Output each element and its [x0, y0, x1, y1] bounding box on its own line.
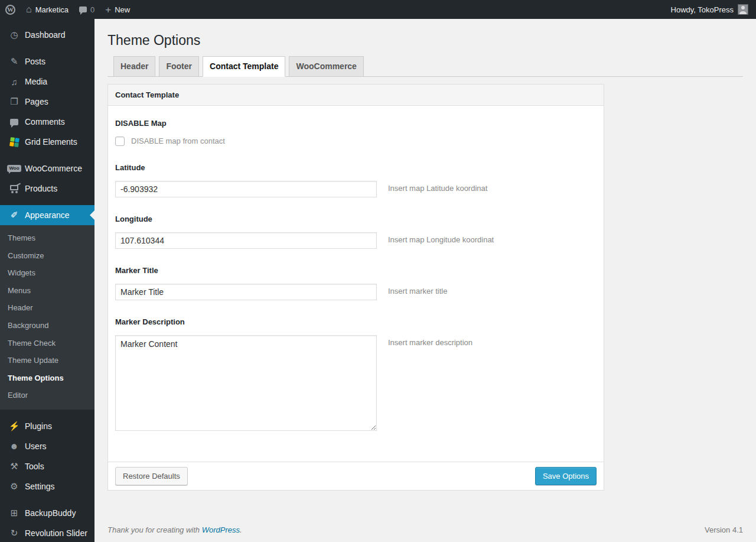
submenu-item-header[interactable]: Header — [0, 299, 94, 317]
submenu-item-themes[interactable]: Themes — [0, 229, 94, 247]
field-label: Marker Description — [115, 317, 597, 326]
wordpress-logo-icon: W — [5, 5, 15, 15]
home-icon: ⌂ — [26, 5, 32, 14]
site-menu[interactable]: ⌂ Marketica — [21, 0, 74, 19]
sidebar-item-label: Revolution Slider — [25, 528, 87, 538]
woocommerce-icon: Woo — [8, 163, 20, 174]
version-text: Version 4.1 — [705, 525, 743, 534]
field-label: Latitude — [115, 163, 597, 172]
sidebar-item-products[interactable]: Products — [0, 178, 94, 199]
field-help-text: Insert map Latitude koordinat — [388, 184, 487, 193]
save-options-button[interactable]: Save Options — [535, 467, 597, 486]
field-help-text: Insert marker title — [388, 287, 447, 296]
settings-icon: ⚙ — [8, 481, 20, 492]
sidebar-item-label: Media — [25, 77, 47, 86]
sidebar-item-label: Comments — [25, 117, 65, 126]
sidebar-item-woocommerce[interactable]: Woo WooCommerce — [0, 158, 94, 178]
media-icon: ♫ — [8, 76, 20, 87]
tab-footer[interactable]: Footer — [159, 56, 199, 77]
backupbuddy-icon: ⊞ — [8, 507, 20, 519]
field-marker-description: Marker Description Marker Content Insert… — [115, 317, 597, 431]
page-footer: Thank you for creating with WordPress. V… — [107, 525, 743, 542]
sidebar-item-users[interactable]: ☻ Users — [0, 436, 94, 456]
sidebar-item-pages[interactable]: ❐ Pages — [0, 92, 94, 112]
pages-icon: ❐ — [8, 96, 20, 108]
sidebar-item-label: Plugins — [25, 421, 52, 431]
field-latitude: Latitude Insert map Latitude koordinat — [115, 163, 597, 197]
sidebar-item-dashboard[interactable]: ◷ Dashboard — [0, 25, 94, 45]
sidebar-item-plugins[interactable]: ⚡ Plugins — [0, 416, 94, 436]
sidebar-item-comments[interactable]: Comments — [0, 112, 94, 132]
checkbox-label: DISABLE map from contact — [131, 137, 225, 145]
comment-bubble-icon — [79, 7, 87, 12]
revolution-slider-icon: ↻ — [8, 527, 20, 539]
tab-contact-template[interactable]: Contact Template — [203, 56, 285, 77]
paintbrush-icon: ✐ — [8, 209, 20, 221]
comment-count: 0 — [90, 5, 94, 14]
field-label: DISABLE Map — [115, 119, 597, 128]
restore-defaults-button[interactable]: Restore Defaults — [115, 467, 188, 486]
site-name: Marketica — [35, 5, 69, 14]
account-menu[interactable]: Howdy, TokoPress — [671, 5, 756, 14]
sidebar-item-label: Products — [25, 184, 57, 193]
tab-header[interactable]: Header — [113, 56, 155, 77]
tab-woocommerce[interactable]: WooCommerce — [289, 56, 363, 77]
field-help-text: Insert marker description — [388, 338, 472, 347]
sidebar-item-settings[interactable]: ⚙ Settings — [0, 476, 94, 496]
sidebar-item-posts[interactable]: ✎ Posts — [0, 51, 94, 72]
sidebar-item-grid-elements[interactable]: Grid Elements — [0, 132, 94, 152]
pushpin-icon: ✎ — [8, 56, 20, 67]
sidebar-item-label: BackupBuddy — [25, 508, 76, 518]
comments-menu[interactable]: 0 — [74, 0, 100, 19]
comments-icon — [8, 116, 20, 128]
wordpress-link[interactable]: WordPress — [202, 525, 240, 534]
latitude-input[interactable] — [115, 181, 377, 197]
sidebar-item-appearance[interactable]: ✐ Appearance — [0, 205, 94, 225]
appearance-submenu: Themes Customize Widgets Menus Header Ba… — [0, 225, 94, 410]
submenu-item-theme-update[interactable]: Theme Update — [0, 352, 94, 369]
cart-icon — [8, 183, 20, 194]
sidebar-item-tools[interactable]: ⚒ Tools — [0, 456, 94, 476]
submenu-item-theme-options[interactable]: Theme Options — [0, 369, 94, 387]
tools-icon: ⚒ — [8, 460, 20, 472]
grid-elements-icon — [8, 136, 20, 148]
submenu-item-widgets[interactable]: Widgets — [0, 264, 94, 282]
admin-sidebar: ◷ Dashboard ✎ Posts ♫ Media ❐ Pages Comm… — [0, 19, 94, 542]
sidebar-item-backupbuddy[interactable]: ⊞ BackupBuddy — [0, 503, 94, 523]
sidebar-item-media[interactable]: ♫ Media — [0, 72, 94, 92]
longitude-input[interactable] — [115, 232, 377, 249]
field-marker-title: Marker Title Insert marker title — [115, 266, 597, 300]
field-label: Marker Title — [115, 266, 597, 275]
submenu-item-theme-check[interactable]: Theme Check — [0, 335, 94, 352]
plus-icon: + — [105, 5, 111, 15]
page-title: Theme Options — [107, 27, 743, 51]
field-longitude: Longitude Insert map Longitude koordinat — [115, 215, 597, 249]
disable-map-checkbox[interactable] — [115, 137, 125, 146]
avatar — [738, 5, 748, 14]
panel-footer: Restore Defaults Save Options — [108, 462, 604, 491]
user-icon: ☻ — [8, 440, 20, 452]
panel-header: Contact Template — [108, 85, 604, 106]
sidebar-item-label: WooCommerce — [25, 164, 82, 173]
field-help-text: Insert map Longitude koordinat — [388, 235, 494, 244]
thanks-suffix: . — [240, 525, 242, 534]
sidebar-item-label: Tools — [25, 462, 44, 471]
main-content: Theme Options Header Footer Contact Temp… — [94, 19, 756, 542]
marker-title-input[interactable] — [115, 284, 377, 300]
options-panel: Contact Template DISABLE Map DISABLE map… — [107, 84, 604, 491]
tab-bar: Header Footer Contact Template WooCommer… — [107, 56, 743, 77]
new-content-menu[interactable]: + New — [100, 0, 135, 19]
new-label: New — [115, 5, 130, 14]
submenu-item-editor[interactable]: Editor — [0, 387, 94, 404]
field-label: Longitude — [115, 215, 597, 223]
marker-description-textarea[interactable]: Marker Content — [115, 335, 377, 431]
sidebar-item-label: Dashboard — [25, 30, 66, 40]
admin-bar: W ⌂ Marketica 0 + New Howdy, TokoPress — [0, 0, 756, 19]
submenu-item-background[interactable]: Background — [0, 317, 94, 335]
footer-thanks-text: Thank you for creating with WordPress. — [107, 525, 242, 534]
sidebar-item-revolution-slider[interactable]: ↻ Revolution Slider — [0, 523, 94, 542]
thanks-prefix: Thank you for creating with — [107, 525, 202, 534]
submenu-item-menus[interactable]: Menus — [0, 282, 94, 300]
wp-logo-menu[interactable]: W — [0, 0, 21, 19]
submenu-item-customize[interactable]: Customize — [0, 247, 94, 265]
